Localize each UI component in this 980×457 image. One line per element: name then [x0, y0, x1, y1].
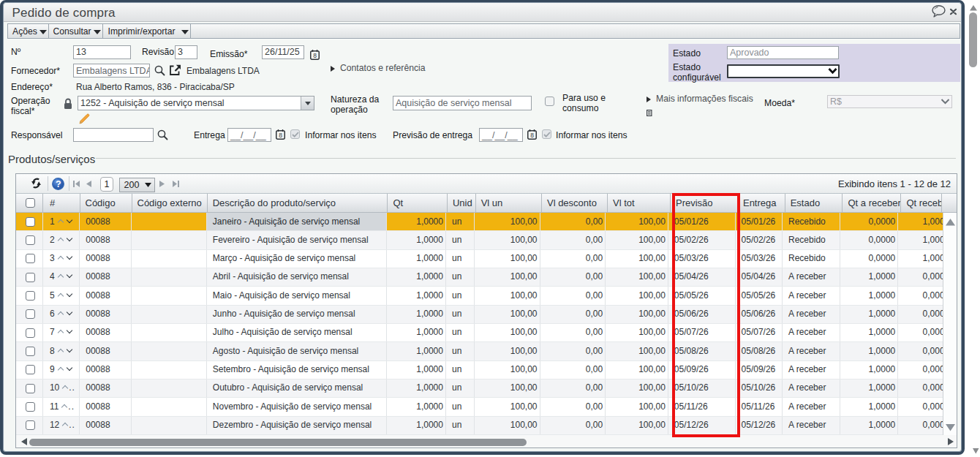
svg-text:8: 8 [313, 52, 317, 59]
svg-text:8: 8 [279, 132, 282, 139]
svg-text:?: ? [56, 179, 61, 189]
svg-text:8: 8 [530, 132, 534, 139]
